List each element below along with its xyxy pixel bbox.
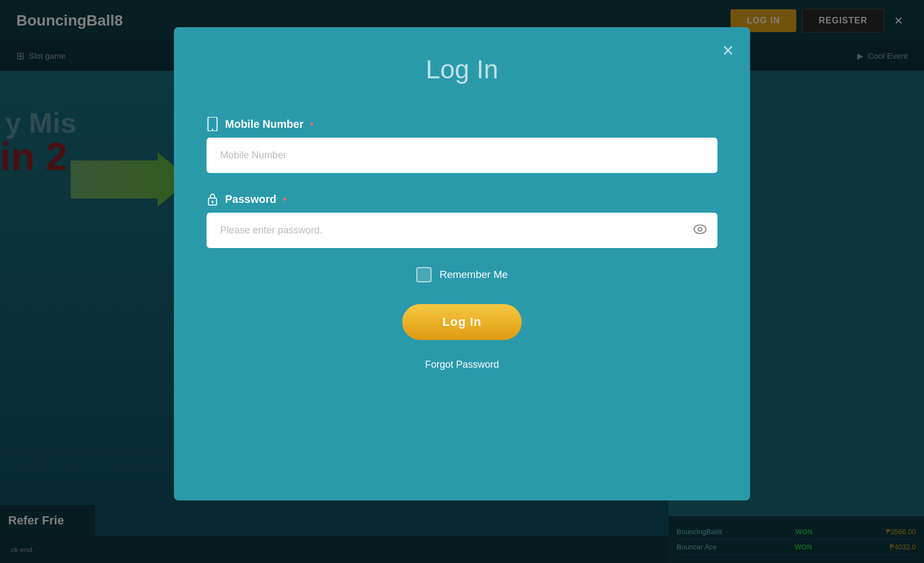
toggle-password-icon[interactable] [694, 224, 707, 237]
svg-point-8 [698, 227, 702, 231]
password-required-dot: • [283, 194, 286, 205]
mobile-required-dot: • [310, 119, 313, 130]
password-wrapper [207, 213, 717, 248]
login-submit-button[interactable]: Log In [402, 304, 522, 340]
password-group: Password • [207, 192, 717, 248]
forgot-password-link[interactable]: Forgot Password [207, 359, 717, 370]
remember-me-checkbox[interactable] [416, 267, 432, 282]
remember-me-row: Remember Me [207, 267, 717, 282]
password-label: Password • [207, 192, 717, 206]
login-modal: × Log In Mobile Number • Password • [174, 27, 750, 500]
mobile-number-group: Mobile Number • [207, 117, 717, 173]
svg-point-7 [694, 225, 706, 233]
modal-close-button[interactable]: × [722, 41, 734, 60]
lock-icon [207, 192, 218, 206]
phone-icon [207, 117, 218, 131]
svg-point-3 [212, 129, 214, 131]
svg-point-5 [211, 201, 214, 203]
mobile-number-input[interactable] [207, 138, 717, 173]
remember-me-label: Remember Me [440, 269, 508, 281]
svg-rect-2 [209, 119, 216, 128]
mobile-number-label: Mobile Number • [207, 117, 717, 131]
password-input[interactable] [207, 213, 717, 248]
modal-title: Log In [207, 54, 717, 84]
